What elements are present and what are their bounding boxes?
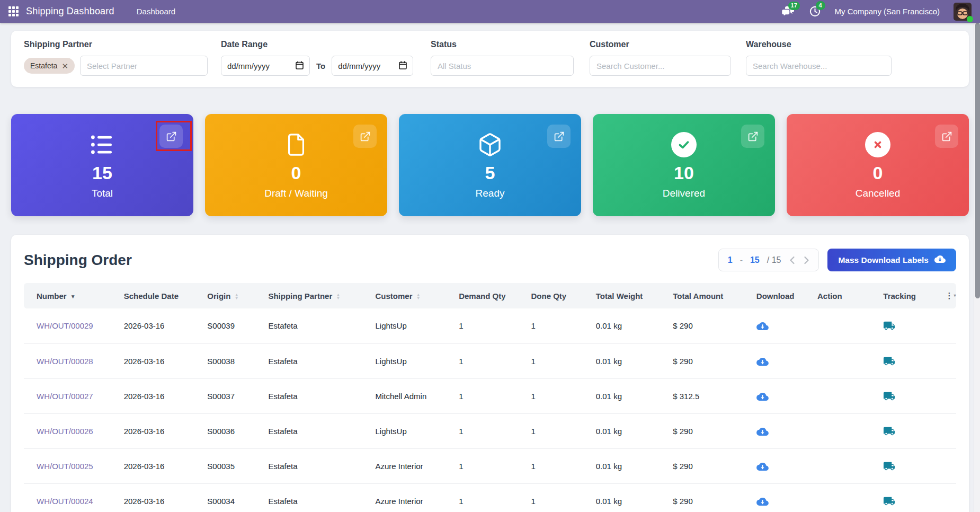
delivered-expand-icon[interactable] — [741, 125, 764, 148]
cell-options — [932, 343, 956, 378]
ready-expand-icon[interactable] — [547, 125, 571, 148]
date-to-input[interactable]: dd/mm/yyyy — [332, 56, 413, 76]
column-options-icon[interactable]: ⋮▾ — [945, 291, 956, 300]
shipping-partner-label: Shipping Partner — [24, 40, 208, 49]
page-start[interactable]: 1 — [728, 255, 733, 265]
date-from-input[interactable]: dd/mm/yyyy — [221, 56, 310, 76]
truck-icon[interactable] — [883, 390, 895, 402]
cancelled-expand-icon[interactable] — [935, 125, 958, 148]
cell-action — [805, 448, 870, 483]
cell-partner: Estafeta — [255, 308, 362, 343]
partner-input[interactable] — [80, 56, 208, 76]
activities-clock-icon[interactable]: 4 — [809, 5, 821, 17]
cloud-download-icon[interactable] — [756, 321, 769, 331]
cloud-download-icon[interactable] — [756, 392, 769, 401]
draft-label: Draft / Waiting — [264, 188, 328, 199]
mass-download-labels-button[interactable]: Mass Download Labels — [827, 249, 956, 271]
ready-label: Ready — [476, 188, 505, 199]
cell-tracking — [870, 308, 932, 343]
sort-toggle-icon[interactable]: ▲▼ — [336, 294, 340, 299]
col-header-origin[interactable]: Origin▲▼ — [194, 283, 255, 308]
col-header-customer[interactable]: Customer▲▼ — [363, 283, 447, 308]
partner-tag-estafeta[interactable]: Estafeta ✕ — [24, 58, 75, 74]
table-row: WH/OUT/000262026-03-16S00036EstafetaLigh… — [24, 413, 956, 448]
draft-expand-icon[interactable] — [353, 125, 377, 148]
sort-toggle-icon[interactable]: ▲▼ — [234, 294, 238, 299]
cell-done_qty: 1 — [519, 308, 583, 343]
calendar-icon[interactable] — [399, 61, 407, 71]
cell-download — [744, 448, 805, 483]
cell-number: WH/OUT/00024 — [24, 483, 111, 512]
table-row: WH/OUT/000252026-03-16S00035EstafetaAzur… — [24, 448, 956, 483]
menu-item-dashboard[interactable]: Dashboard — [137, 7, 175, 16]
shipping-order-panel: Shipping Order 1 - 15 / 15 Mass Download… — [11, 235, 969, 512]
order-number-link[interactable]: WH/OUT/00024 — [37, 497, 93, 506]
app-title[interactable]: Shipping Dashboard — [26, 6, 114, 17]
next-page-icon[interactable] — [804, 256, 809, 264]
warehouse-label: Warehouse — [746, 40, 892, 49]
cell-demand_qty: 1 — [446, 448, 518, 483]
remove-tag-icon[interactable]: ✕ — [61, 62, 68, 70]
date-to-label: To — [316, 61, 325, 70]
cell-tracking — [870, 378, 932, 413]
col-header-done_qty: Done Qty — [519, 283, 583, 308]
cell-done_qty: 1 — [519, 448, 583, 483]
status-label: Status — [431, 40, 574, 49]
cell-tracking — [870, 413, 932, 448]
col-header-number[interactable]: Number▼ — [24, 283, 111, 308]
cell-partner: Estafeta — [255, 448, 362, 483]
truck-icon[interactable] — [883, 355, 895, 367]
apps-grid-icon[interactable] — [8, 6, 19, 16]
prev-page-icon[interactable] — [789, 256, 795, 264]
order-number-link[interactable]: WH/OUT/00028 — [37, 357, 93, 366]
cell-total_amount: $ 290 — [660, 483, 744, 512]
cloud-download-icon[interactable] — [756, 357, 769, 366]
truck-icon[interactable] — [883, 495, 895, 507]
col-header-partner[interactable]: Shipping Partner▲▼ — [255, 283, 362, 308]
order-number-link[interactable]: WH/OUT/00027 — [37, 392, 93, 401]
cell-partner: Estafeta — [255, 343, 362, 378]
scrollbar-thumb[interactable] — [975, 23, 980, 298]
cell-schedule_date: 2026-03-16 — [111, 483, 195, 512]
order-number-link[interactable]: WH/OUT/00025 — [37, 462, 93, 471]
cell-download — [744, 413, 805, 448]
cloud-download-icon[interactable] — [756, 462, 769, 471]
stat-card-ready[interactable]: 5 Ready — [399, 114, 581, 216]
cell-origin: S00038 — [194, 343, 255, 378]
cell-total_weight: 0.01 kg — [583, 378, 660, 413]
messages-icon[interactable]: 17 — [781, 6, 795, 17]
vertical-scrollbar[interactable] — [974, 23, 980, 512]
page-separator: - — [740, 255, 743, 265]
customer-search-input[interactable] — [590, 56, 731, 76]
truck-icon[interactable] — [883, 425, 895, 437]
cell-total_amount: $ 290 — [660, 343, 744, 378]
sort-desc-icon[interactable]: ▼ — [70, 294, 76, 299]
cloud-download-icon[interactable] — [756, 497, 769, 506]
stat-card-total[interactable]: 15 Total — [11, 114, 193, 216]
order-number-link[interactable]: WH/OUT/00026 — [37, 427, 93, 436]
order-number-link[interactable]: WH/OUT/00029 — [37, 321, 93, 330]
company-switcher[interactable]: My Company (San Francisco) — [835, 7, 940, 16]
cell-customer: LightsUp — [363, 308, 447, 343]
cell-tracking — [870, 483, 932, 512]
cell-action — [805, 343, 870, 378]
truck-icon[interactable] — [883, 460, 895, 472]
table-row: WH/OUT/000242026-03-16S00034EstafetaAzur… — [24, 483, 956, 512]
stat-card-delivered[interactable]: 10 Delivered — [593, 114, 775, 216]
orders-table: Number▼Schedule DateOrigin▲▼Shipping Par… — [24, 283, 956, 512]
col-header-total_amount: Total Amount — [660, 283, 744, 308]
sort-toggle-icon[interactable]: ▲▼ — [416, 294, 421, 299]
truck-icon[interactable] — [883, 320, 895, 332]
user-avatar[interactable] — [954, 3, 972, 21]
status-input[interactable] — [431, 56, 574, 76]
calendar-icon[interactable] — [296, 61, 304, 71]
cell-done_qty: 1 — [519, 413, 583, 448]
cell-schedule_date: 2026-03-16 — [111, 343, 195, 378]
stat-card-cancelled[interactable]: 0 Cancelled — [787, 114, 969, 216]
warehouse-search-input[interactable] — [746, 56, 892, 76]
page-end[interactable]: 15 — [750, 255, 760, 265]
col-header-tracking: Tracking — [870, 283, 932, 308]
stat-card-draft[interactable]: 0 Draft / Waiting — [205, 114, 387, 216]
page-total: / 15 — [767, 255, 781, 265]
cloud-download-icon[interactable] — [756, 427, 769, 436]
